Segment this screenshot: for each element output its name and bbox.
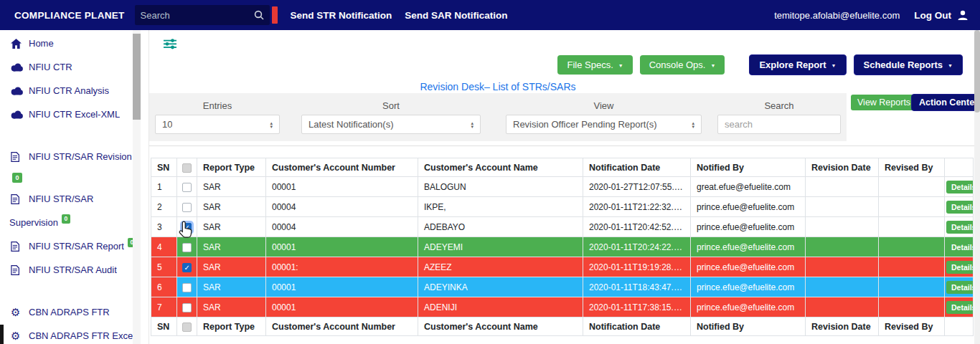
page-scrollbar-thumb[interactable] (974, 30, 980, 113)
sidebar-item-home[interactable]: Home (0, 32, 149, 55)
col-header: Revised By (879, 158, 945, 177)
view-value: Revision Officer Pending Report(s) (513, 119, 657, 130)
row-checkbox[interactable] (182, 263, 192, 272)
sidebar-item-nfiu-str-sar-revision[interactable]: NFIU STR/SAR Revision (0, 145, 149, 168)
search-input[interactable] (141, 10, 250, 21)
details-button[interactable]: Details (946, 221, 974, 234)
row-checkbox[interactable] (182, 283, 192, 292)
details-button[interactable]: Details (946, 241, 974, 254)
details-button[interactable]: Details (946, 301, 974, 314)
schedule-reports-button[interactable]: Schedule Reports ▼ (854, 54, 963, 75)
view-reports-button[interactable]: View Reports (851, 95, 917, 110)
sidebar-item-nfiu-str-sar-report[interactable]: NFIU STR/SAR Report0 (0, 234, 149, 258)
doc-icon (11, 194, 29, 204)
cell-account-name: AZEEZ (418, 257, 583, 277)
entries-select[interactable]: 10 ▴▾ (155, 115, 280, 134)
explore-report-label: Explore Report (759, 59, 826, 70)
sidebar-scrollbar-thumb[interactable] (133, 34, 141, 120)
cell-report-type: SAR (197, 277, 266, 297)
gear-icon: ⚙ (11, 330, 29, 341)
sidebar-item-label: NFIU STR/SAR Audit (29, 264, 117, 275)
sidebar-item-nfiu-str-sar-audit[interactable]: NFIU STR/SAR Audit (0, 258, 149, 282)
search-icon[interactable] (254, 10, 264, 20)
navbar-search[interactable] (135, 5, 270, 25)
toolbar: File Specs. ▼ Console Ops. ▼ Explore Rep… (557, 54, 963, 75)
action-center-button[interactable]: Action Center ▼ (911, 94, 974, 111)
table-search-input[interactable] (717, 115, 841, 134)
sidebar-item-cbn-adraps-ftr[interactable]: ⚙CBN ADRAPS FTR (0, 300, 149, 324)
cell-account-number: 00001 (266, 177, 418, 197)
brand-logo[interactable]: COMPLIANCE PLANET (14, 10, 125, 21)
divider (149, 145, 974, 146)
details-button[interactable]: Details (946, 261, 974, 274)
details-button[interactable]: Details (946, 281, 974, 294)
details-button[interactable]: Details (946, 181, 974, 194)
select-all-checkbox[interactable] (182, 322, 192, 332)
cell-account-number: 00001: (266, 257, 418, 277)
cell-revised-by (879, 257, 945, 277)
explore-report-button[interactable]: Explore Report ▼ (749, 54, 846, 75)
select-all-checkbox[interactable] (182, 163, 192, 173)
sidebar-item-nfiu-str-sar[interactable]: NFIU STR/SAR (0, 187, 149, 211)
row-checkbox[interactable] (182, 223, 192, 232)
sort-select[interactable]: Latest Notification(s) ▴▾ (301, 115, 481, 134)
cell-notification-date: 2020-01-27T12:07:55.983 (583, 177, 691, 197)
alert-indicator (272, 6, 278, 24)
cell-notification-date: 2020-01-11T20:24:22.987 (583, 237, 691, 257)
col-header-details (945, 158, 974, 177)
file-specs-button[interactable]: File Specs. ▼ (557, 55, 632, 75)
cell-details: Details (945, 297, 974, 317)
sidebar-item-supervision[interactable]: Supervision0 (0, 211, 149, 234)
table-row: 6SAR00001ADEYINKA2020-01-11T18:43:47.757… (151, 277, 974, 297)
sort-label: Sort (301, 100, 481, 111)
cell-sn: 4 (151, 237, 177, 257)
sidebar-item-nfiu-ctr[interactable]: NFIU CTR (0, 55, 149, 79)
cell-account-number: 00001 (266, 277, 418, 297)
filter-controls: 10 ▴▾ Latest Notification(s) ▴▾ Revision… (149, 115, 847, 134)
cell-account-number: 00001 (266, 237, 418, 257)
user-email: temitope.afolabi@efuelite.com (774, 10, 900, 21)
page-title-link[interactable]: Revision Desk– List of STRs/SARs (149, 81, 847, 92)
entries-label: Entries (155, 100, 280, 111)
cell-sn: 3 (151, 217, 177, 237)
row-checkbox[interactable] (182, 303, 192, 312)
sidebar-item-label: NFIU STR/SAR (29, 194, 93, 204)
cell-revised-by (879, 297, 945, 317)
sidebar-nav: HomeNFIU CTRNFIU CTR AnalysisNFIU CTR Ex… (0, 30, 149, 344)
console-ops-button[interactable]: Console Ops. ▼ (640, 55, 725, 75)
cell-revised-by (879, 277, 945, 297)
logout-link[interactable]: Log Out (914, 10, 951, 21)
sidebar-item-cbn-adraps-ftr-excel[interactable]: ⚙CBN ADRAPS FTR Excel- (0, 324, 149, 344)
sidebar-scrollbar[interactable] (133, 30, 141, 344)
filter-tune-icon[interactable] (164, 39, 176, 52)
cell-account-number: 00001 (266, 297, 418, 317)
table-row: 3SAR00004ADEBAYO2020-01-11T20:42:52.513p… (151, 217, 974, 237)
row-checkbox[interactable] (182, 243, 192, 252)
cell-select (177, 297, 197, 317)
cell-select (177, 277, 197, 297)
row-checkbox[interactable] (182, 203, 192, 212)
view-select[interactable]: Revision Officer Pending Report(s) ▴▾ (506, 115, 702, 134)
sidebar-item-label: CBN ADRAPS FTR (29, 307, 110, 317)
sidebar-item-nfiu-ctr-excel-xml[interactable]: NFIU CTR Excel-XML (0, 102, 149, 126)
cell-revised-by (879, 177, 945, 197)
user-icon[interactable] (957, 9, 969, 21)
col-header: Revised By (879, 317, 945, 336)
cell-details: Details (945, 257, 974, 277)
send-str-notification-link[interactable]: Send STR Notification (291, 10, 392, 21)
col-header: Customer's Account Name (418, 158, 583, 177)
sort-value: Latest Notification(s) (308, 119, 394, 130)
cell-notified-by: prince.efue@efuelite.com (691, 197, 806, 217)
main-content: File Specs. ▼ Console Ops. ▼ Explore Rep… (149, 30, 974, 344)
console-ops-label: Console Ops. (649, 59, 706, 70)
page-scrollbar[interactable] (974, 30, 980, 344)
cell-report-type: SAR (197, 197, 266, 217)
row-checkbox[interactable] (182, 183, 192, 192)
action-center-label: Action Center (919, 97, 974, 108)
cell-select (177, 217, 197, 237)
cell-report-type: SAR (197, 257, 266, 277)
sidebar-item-label: NFIU CTR Excel-XML (29, 109, 120, 120)
send-sar-notification-link[interactable]: Send SAR Notification (405, 10, 507, 21)
details-button[interactable]: Details (946, 201, 974, 214)
sidebar-item-nfiu-ctr-analysis[interactable]: NFIU CTR Analysis (0, 79, 149, 102)
